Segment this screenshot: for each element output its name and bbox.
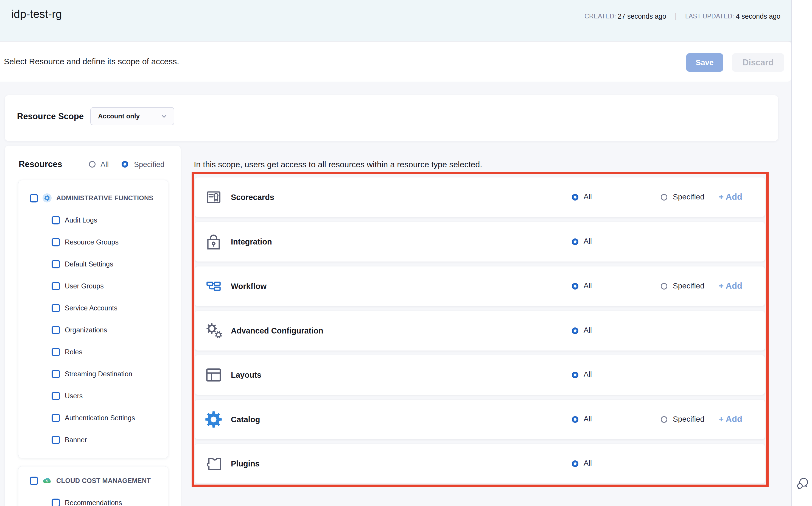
svg-text:$: $	[46, 479, 48, 483]
